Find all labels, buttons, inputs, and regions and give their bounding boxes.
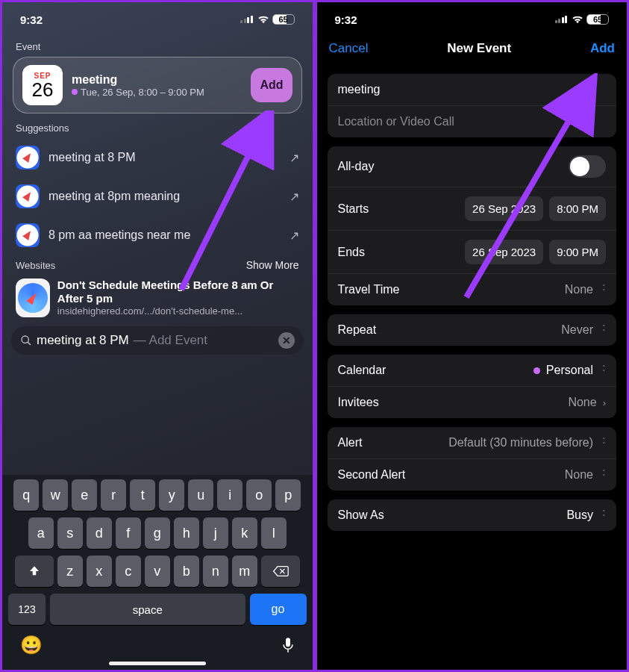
suggestion-row[interactable]: 8 pm aa meetings near me ↗ xyxy=(2,216,313,255)
battery-icon: 65 xyxy=(272,14,295,25)
key-n[interactable]: n xyxy=(203,556,228,587)
travel-time-row[interactable]: Travel Time None˄˅ xyxy=(328,273,617,305)
title-location-group: meeting Location or Video Call xyxy=(328,74,617,137)
key-j[interactable]: j xyxy=(203,517,228,549)
invitees-row[interactable]: Invitees None› xyxy=(328,386,617,418)
allday-label: All-day xyxy=(338,160,375,173)
status-bar: 9:32 65 xyxy=(317,2,628,32)
location-input[interactable]: Location or Video Call xyxy=(328,105,617,137)
keyboard: q w e r t y u i o p a s d f g h j k l xyxy=(2,475,313,670)
key-w[interactable]: w xyxy=(43,479,68,511)
calendar-invitees-group: Calendar Personal˄˅ Invitees None› xyxy=(328,355,617,418)
key-h[interactable]: h xyxy=(174,517,199,549)
signal-icon xyxy=(555,16,568,23)
event-subtitle: Tue, 26 Sep, 8:00 – 9:00 PM xyxy=(72,87,242,98)
starts-time-button[interactable]: 8:00 PM xyxy=(549,196,606,221)
key-u[interactable]: u xyxy=(188,479,213,511)
calendar-label: Calendar xyxy=(338,364,387,377)
add-button[interactable]: Add xyxy=(590,41,615,56)
alert-label: Alert xyxy=(338,436,363,449)
travel-label: Travel Time xyxy=(338,283,400,296)
safari-icon xyxy=(16,184,40,208)
showas-row[interactable]: Show As Busy˄˅ xyxy=(328,500,617,531)
backspace-icon xyxy=(272,565,289,577)
keyboard-row-3: z x c v b n m xyxy=(5,556,310,587)
show-more-button[interactable]: Show More xyxy=(246,259,299,271)
key-go[interactable]: go xyxy=(250,594,307,625)
search-query: meeting at 8 PM xyxy=(37,333,129,348)
allday-row: All-day xyxy=(328,146,617,187)
key-d[interactable]: d xyxy=(87,517,112,549)
repeat-row[interactable]: Repeat Never˄˅ xyxy=(328,314,617,346)
key-i[interactable]: i xyxy=(217,479,242,511)
key-x[interactable]: x xyxy=(87,556,112,587)
fill-arrow-icon[interactable]: ↗ xyxy=(290,151,299,165)
svg-rect-2 xyxy=(286,638,290,647)
key-z[interactable]: z xyxy=(57,556,83,587)
key-numeric[interactable]: 123 xyxy=(8,594,46,625)
mic-icon[interactable] xyxy=(281,636,295,654)
key-e[interactable]: e xyxy=(72,479,97,511)
key-r[interactable]: r xyxy=(101,479,126,511)
keyboard-row-2: a s d f g h j k l xyxy=(5,517,310,549)
key-m[interactable]: m xyxy=(232,556,257,587)
wifi-icon xyxy=(572,15,583,24)
cancel-button[interactable]: Cancel xyxy=(329,41,369,56)
key-backspace[interactable] xyxy=(261,556,300,587)
key-c[interactable]: c xyxy=(116,556,141,587)
allday-toggle[interactable] xyxy=(569,155,606,178)
invitees-label: Invitees xyxy=(338,396,379,409)
key-o[interactable]: o xyxy=(246,479,272,511)
second-alert-row[interactable]: Second Alert None˄˅ xyxy=(328,458,617,491)
chevron-updown-icon: ˄˅ xyxy=(602,366,606,375)
home-indicator[interactable] xyxy=(109,662,206,665)
keyboard-row-4: 123 space go xyxy=(5,594,310,625)
ends-label: Ends xyxy=(338,246,365,259)
key-f[interactable]: f xyxy=(116,517,141,549)
calendar-row[interactable]: Calendar Personal˄˅ xyxy=(328,355,617,386)
showas-label: Show As xyxy=(338,508,384,522)
page-title: New Event xyxy=(447,41,511,56)
chevron-updown-icon: ˄˅ xyxy=(602,511,606,520)
key-g[interactable]: g xyxy=(145,517,170,549)
chevron-updown-icon: ˄˅ xyxy=(602,285,606,294)
suggestion-row[interactable]: meeting at 8 PM ↗ xyxy=(2,138,313,177)
calendar-color-dot-icon xyxy=(533,367,540,374)
suggestion-row[interactable]: meeting at 8pm meaning ↗ xyxy=(2,177,313,216)
starts-label: Starts xyxy=(338,202,369,216)
key-p[interactable]: p xyxy=(275,479,301,511)
key-l[interactable]: l xyxy=(261,517,287,549)
search-icon xyxy=(20,335,32,346)
key-y[interactable]: y xyxy=(159,479,184,511)
ends-time-button[interactable]: 9:00 PM xyxy=(549,240,606,264)
key-shift[interactable] xyxy=(15,556,54,587)
title-input[interactable]: meeting xyxy=(328,74,617,105)
key-a[interactable]: a xyxy=(28,517,54,549)
starts-date-button[interactable]: 26 Sep 2023 xyxy=(465,196,543,221)
clear-icon[interactable]: ✕ xyxy=(278,332,295,349)
alert-row[interactable]: Alert Default (30 minutes before)˄˅ xyxy=(328,427,617,458)
key-t[interactable]: t xyxy=(130,479,155,511)
website-result[interactable]: Don't Schedule Meetings Before 8 am Or A… xyxy=(2,276,313,320)
key-s[interactable]: s xyxy=(57,517,83,549)
svg-point-0 xyxy=(22,336,28,343)
add-event-button[interactable]: Add xyxy=(251,68,292,102)
ends-date-button[interactable]: 26 Sep 2023 xyxy=(465,240,543,264)
starts-row: Starts 26 Sep 2023 8:00 PM xyxy=(328,187,617,230)
emoji-button[interactable]: 😀 xyxy=(20,635,43,656)
ends-row: Ends 26 Sep 2023 9:00 PM xyxy=(328,230,617,273)
shift-icon xyxy=(28,564,41,578)
event-card[interactable]: SEP 26 meeting Tue, 26 Sep, 8:00 – 9:00 … xyxy=(13,57,302,113)
search-input[interactable]: meeting at 8 PM — Add Event ✕ xyxy=(11,326,304,355)
repeat-label: Repeat xyxy=(338,323,377,337)
fill-arrow-icon[interactable]: ↗ xyxy=(290,228,299,243)
status-bar: 9:32 65 xyxy=(2,2,313,32)
key-b[interactable]: b xyxy=(174,556,199,587)
key-space[interactable]: space xyxy=(50,594,245,625)
key-v[interactable]: v xyxy=(145,556,170,587)
cal-day: 26 xyxy=(32,80,54,99)
fill-arrow-icon[interactable]: ↗ xyxy=(290,190,299,204)
key-q[interactable]: q xyxy=(13,479,39,511)
key-k[interactable]: k xyxy=(232,517,257,549)
chevron-updown-icon: ˄˅ xyxy=(602,438,606,447)
